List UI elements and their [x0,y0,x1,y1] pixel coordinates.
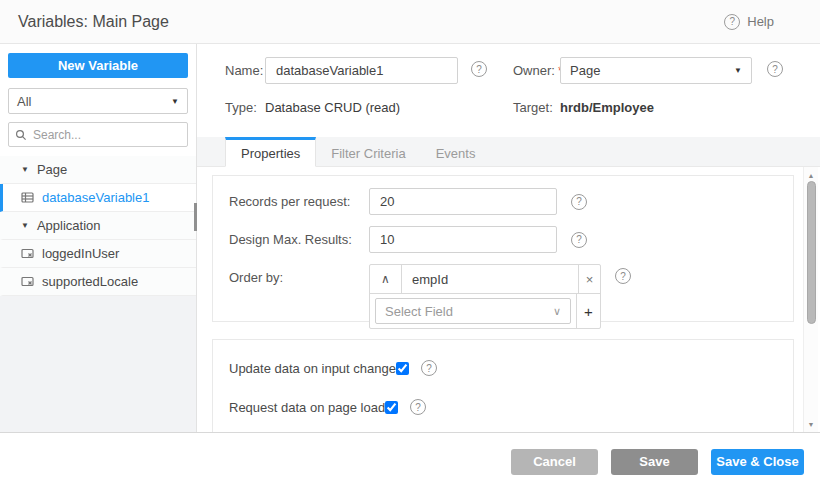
page-title: Variables: Main Page [18,13,169,31]
variable-filter-select[interactable]: All ▼ [8,88,188,114]
tree-item-supported-locale[interactable]: supportedLocale [0,268,196,296]
sort-ascending-button[interactable]: ∧ [370,265,402,293]
request-on-load-row: Request data on page load ? [229,399,777,415]
tree-group-label: Page [37,162,67,177]
dialog-body: New Variable All ▼ ▼ Page [0,44,820,432]
behavior-panel: Update data on input change ? Request da… [212,339,794,432]
main-panel: Name:* ? Owner:* Page ▼ ? Type: Data [197,44,820,432]
design-max-results-input[interactable] [369,226,557,253]
tree-item-logged-in-user[interactable]: loggedInUser [0,240,196,268]
name-input[interactable] [265,57,458,84]
target-label: Target: [513,100,553,115]
update-on-input-help-icon[interactable]: ? [421,360,437,376]
help-button[interactable]: ? Help [724,14,802,30]
owner-label: Owner:* [513,57,563,84]
add-field-button[interactable]: + [576,294,600,328]
tab-filter-criteria[interactable]: Filter Criteria [316,137,420,167]
records-per-request-input[interactable] [369,188,557,215]
owner-help-icon[interactable]: ? [767,61,783,77]
tab-bar: Properties Filter Criteria Events [197,137,820,167]
scrollbar-thumb[interactable] [807,181,816,324]
dialog-footer: Cancel Save Save & Close [0,432,820,490]
update-on-input-checkbox[interactable] [396,362,409,375]
tab-properties[interactable]: Properties [225,137,316,167]
select-field-dropdown[interactable]: Select Field ∨ [375,298,571,324]
sidebar: New Variable All ▼ ▼ Page [0,44,197,432]
cancel-button[interactable]: Cancel [511,449,598,475]
tree-item-label: supportedLocale [42,274,138,289]
search-input[interactable] [33,128,181,142]
search-box[interactable] [8,122,188,147]
variables-dialog: Variables: Main Page ? Help New Variable… [0,0,820,490]
remove-field-button[interactable]: × [578,265,600,293]
chevron-down-icon: ∨ [553,305,561,318]
order-by-entry: ∧ × [370,265,600,293]
caret-down-icon: ▼ [171,97,179,106]
owner-value: Page [570,63,600,78]
request-on-load-checkbox[interactable] [385,401,398,414]
scroll-down-icon[interactable]: ▼ [808,418,815,430]
design-max-results-label: Design Max. Results: [229,226,369,253]
order-by-field-input[interactable] [402,265,578,293]
update-on-input-row: Update data on input change ? [229,360,777,376]
target-value: hrdb/Employee [560,100,654,115]
records-per-request-help-icon[interactable]: ? [571,194,587,210]
order-by-help-icon[interactable]: ? [615,268,631,284]
tab-events[interactable]: Events [421,137,491,167]
database-variable-icon [21,191,34,204]
properties-tab-content: Records per request: ? Design Max. Resul… [197,167,820,432]
caret-down-icon: ▼ [21,221,29,230]
type-value: Database CRUD (read) [265,100,400,115]
owner-select[interactable]: Page ▼ [560,57,752,84]
order-by-row: Order by: ∧ × Select Field [229,264,777,329]
help-icon: ? [724,14,740,30]
save-button[interactable]: Save [611,449,698,475]
tree-group-label: Application [37,218,101,233]
tree-item-label: loggedInUser [42,246,119,261]
static-variable-icon [21,247,34,260]
select-field-placeholder: Select Field [385,304,453,319]
scroll-up-icon[interactable]: ▲ [808,169,815,181]
tree-item-label: databaseVariable1 [42,190,149,205]
search-icon [15,129,28,141]
name-help-icon[interactable]: ? [471,61,487,77]
design-max-results-row: Design Max. Results: ? [229,226,777,253]
new-variable-button[interactable]: New Variable [8,53,188,78]
order-by-label: Order by: [229,264,369,291]
records-per-request-row: Records per request: ? [229,188,777,215]
tree-group-page[interactable]: ▼ Page [0,156,196,184]
content-scrollbar[interactable]: ▲ ▼ [803,167,818,432]
caret-down-icon: ▼ [21,165,29,174]
save-and-close-button[interactable]: Save & Close [711,449,804,475]
dialog-header: Variables: Main Page ? Help [0,0,820,44]
request-on-load-help-icon[interactable]: ? [410,399,426,415]
static-variable-icon [21,275,34,288]
help-label: Help [747,14,774,29]
order-by-widget: ∧ × Select Field ∨ [369,264,601,329]
type-label: Type: [225,100,257,115]
tree-item-database-variable[interactable]: databaseVariable1 [0,184,196,212]
variable-filter-value: All [17,94,31,109]
design-max-results-help-icon[interactable]: ? [571,232,587,248]
update-on-input-label: Update data on input change [229,361,396,376]
records-per-request-label: Records per request: [229,188,369,215]
sidebar-filler [0,296,196,432]
request-on-load-label: Request data on page load [229,400,385,415]
order-by-add-row: Select Field ∨ + [370,293,600,328]
variable-meta-form: Name:* ? Owner:* Page ▼ ? Type: Data [197,44,820,137]
variable-tree: ▼ Page databaseVariable1 ▼ [0,156,196,296]
caret-down-icon: ▼ [734,66,742,75]
tree-group-application[interactable]: ▼ Application [0,212,196,240]
data-settings-panel: Records per request: ? Design Max. Resul… [212,175,794,322]
